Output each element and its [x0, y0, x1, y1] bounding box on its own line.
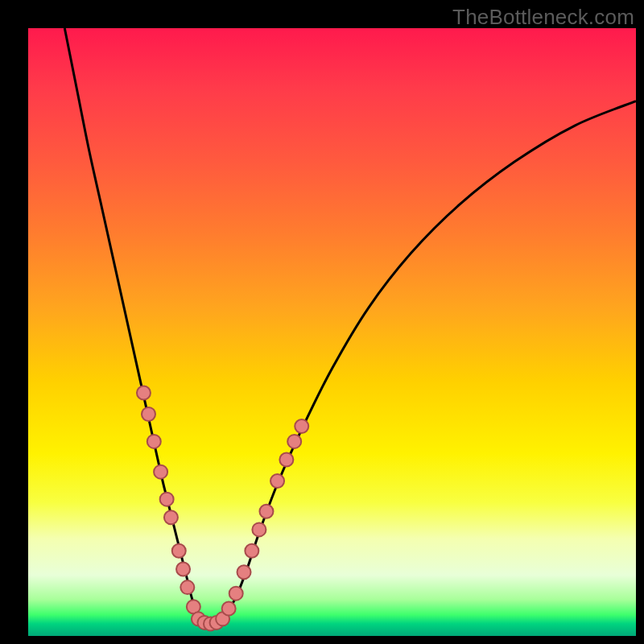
watermark-text: TheBottleneck.com — [452, 5, 634, 30]
marker-dot — [180, 580, 194, 594]
marker-dot — [154, 465, 167, 479]
chart-frame: TheBottleneck.com — [0, 0, 644, 644]
chart-svg — [28, 28, 636, 636]
marker-dot — [295, 419, 308, 433]
marker-dot — [176, 562, 190, 576]
marker-dot — [172, 544, 186, 558]
marker-dot — [270, 474, 284, 488]
marker-dot — [259, 505, 273, 518]
marker-dot — [252, 522, 266, 536]
marker-dot — [137, 386, 151, 400]
marker-dot — [237, 565, 251, 579]
marker-dot — [222, 602, 236, 616]
marker-dot — [142, 407, 155, 421]
marker-dot — [229, 587, 243, 601]
marker-dot — [279, 453, 293, 467]
plot-area — [28, 28, 636, 636]
marker-dot — [160, 493, 174, 506]
marker-dot — [147, 435, 161, 448]
marker-dot — [164, 510, 178, 524]
marker-dot — [287, 435, 301, 448]
curve-markers — [137, 386, 308, 631]
marker-dot — [245, 544, 258, 558]
bottleneck-curve — [64, 28, 636, 624]
